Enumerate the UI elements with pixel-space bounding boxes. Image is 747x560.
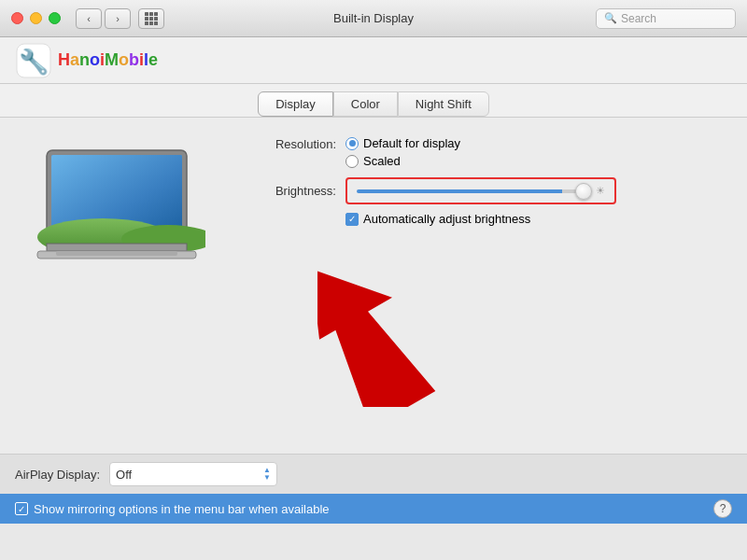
airplay-bar: AirPlay Display: Off ▲ ▼ [0, 454, 747, 494]
red-arrow-indicator [317, 220, 486, 410]
mirroring-label: Show mirroring options in the menu bar w… [34, 502, 330, 516]
maximize-button[interactable] [49, 12, 61, 24]
laptop-preview [28, 136, 215, 435]
airplay-value: Off [116, 468, 132, 482]
settings-area: Resolution: Default for display Scaled B… [243, 136, 719, 435]
svg-marker-10 [317, 241, 444, 407]
radio-scaled-icon [345, 155, 359, 168]
resolution-scaled-label: Scaled [363, 154, 401, 168]
resolution-default-label: Default for display [363, 136, 460, 150]
tab-display[interactable]: Display [258, 91, 333, 117]
search-icon: 🔍 [604, 12, 617, 24]
resolution-options: Default for display Scaled [345, 136, 460, 168]
resolution-scaled[interactable]: Scaled [345, 154, 460, 168]
mirroring-bar: ✓ Show mirroring options in the menu bar… [0, 494, 747, 524]
arrow-down-icon: ▼ [263, 474, 271, 482]
mirroring-check-icon: ✓ [18, 504, 25, 514]
titlebar: ‹ › Built-in Display 🔍 Search [0, 0, 747, 37]
svg-text:🔧: 🔧 [19, 47, 49, 77]
radio-default-icon [345, 137, 359, 150]
search-box[interactable]: 🔍 Search [596, 8, 736, 29]
nav-buttons: ‹ › [76, 8, 131, 29]
airplay-arrows-icon: ▲ ▼ [263, 467, 271, 482]
grid-icon [145, 12, 158, 25]
search-input[interactable]: Search [621, 12, 656, 25]
brightness-box: ☀ [345, 177, 616, 204]
mirroring-checkbox[interactable]: ✓ [15, 502, 28, 515]
traffic-lights [11, 12, 61, 24]
brightness-max-icon: ☀ [596, 185, 605, 197]
tab-night-shift[interactable]: Night Shift [398, 91, 489, 117]
resolution-default[interactable]: Default for display [345, 136, 460, 150]
brightness-label: Brightness: [243, 184, 345, 198]
close-button[interactable] [11, 12, 23, 24]
resolution-row: Resolution: Default for display Scaled [243, 136, 719, 168]
brand-logo-icon: 🔧 [15, 42, 52, 79]
brightness-slider-track[interactable] [357, 189, 590, 193]
brightness-row: Brightness: ☀ [243, 177, 719, 204]
window-title: Built-in Display [333, 11, 414, 25]
help-icon: ? [720, 502, 726, 515]
minimize-button[interactable] [30, 12, 42, 24]
red-arrow-svg [317, 220, 486, 407]
main-content: Resolution: Default for display Scaled B… [0, 118, 747, 454]
back-button[interactable]: ‹ [76, 8, 102, 29]
svg-rect-9 [56, 251, 177, 256]
airplay-label: AirPlay Display: [15, 468, 100, 482]
grid-button[interactable] [138, 8, 164, 29]
brand-name: HanoiMobile [58, 50, 158, 70]
help-button[interactable]: ? [713, 499, 732, 518]
brand-bar: 🔧 HanoiMobile [0, 37, 747, 84]
forward-button[interactable]: › [105, 8, 131, 29]
brightness-slider-thumb[interactable] [575, 183, 592, 200]
airplay-select[interactable]: Off ▲ ▼ [109, 462, 277, 486]
laptop-image [28, 146, 205, 276]
resolution-label: Resolution: [243, 136, 345, 151]
tab-color[interactable]: Color [333, 91, 398, 117]
svg-rect-7 [47, 244, 187, 251]
tab-bar: Display Color Night Shift [0, 84, 747, 118]
